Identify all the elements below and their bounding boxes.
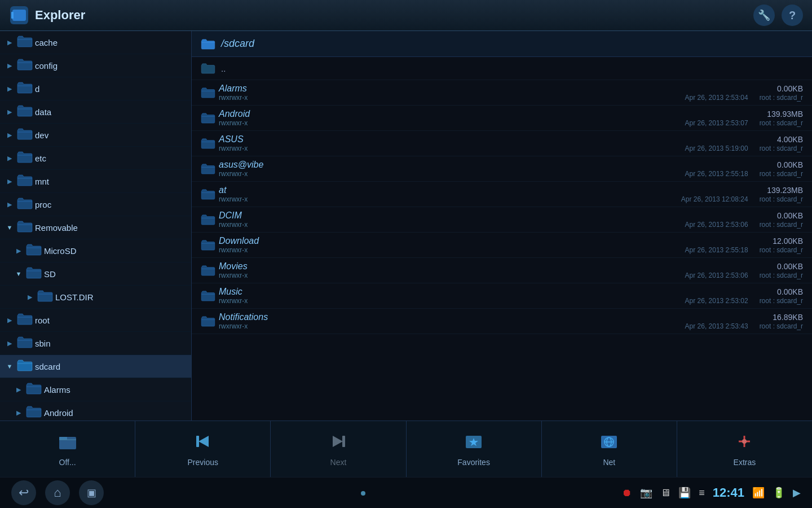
sidebar-item-proc[interactable]: ▶ proc xyxy=(0,193,191,216)
wrench-icon: 🔧 xyxy=(758,9,770,21)
folder-icon xyxy=(201,316,219,327)
svg-rect-2 xyxy=(11,12,14,19)
sidebar-item-label: config xyxy=(35,61,58,71)
table-row[interactable]: Movies 0.00KB Apr 26, 2013 2:53:06 rwxrw… xyxy=(192,258,812,283)
nav-next-button[interactable]: Next xyxy=(271,421,406,477)
folder-svg xyxy=(201,214,215,225)
nav-extras-button[interactable]: Extras xyxy=(677,421,812,477)
sidebar-item-SD[interactable]: ▼ SD xyxy=(0,262,191,286)
page-indicator xyxy=(113,488,613,498)
content-header: /sdcard xyxy=(192,31,812,57)
help-button[interactable]: ? xyxy=(782,5,803,26)
nav-previous-button[interactable]: Previous xyxy=(135,421,271,477)
table-row[interactable]: Alarms 0.00KB Apr 26, 2013 2:53:04 rwxrw… xyxy=(192,80,812,106)
file-perms: rwxrwxr-x xyxy=(219,246,685,254)
folder-icon xyxy=(201,138,219,149)
sidebar-item-MicroSD[interactable]: ▶ MicroSD xyxy=(0,239,191,262)
table-row[interactable]: Notifications 16.89KB Apr 26, 2013 2:53:… xyxy=(192,309,812,334)
file-date: Apr 26, 2013 2:55:18 xyxy=(685,170,760,178)
svg-rect-1 xyxy=(12,10,26,21)
extras-icon xyxy=(734,431,754,452)
folder-svg xyxy=(201,189,215,200)
folder-icon xyxy=(17,81,33,96)
file-size: 0.00KB xyxy=(685,160,803,169)
next-icon xyxy=(328,431,348,452)
sidebar-item-label: cache xyxy=(35,38,58,47)
expand-icon: ▶ xyxy=(793,487,801,499)
folder-icon xyxy=(17,313,33,327)
sidebar-item-label: Removable xyxy=(35,223,78,233)
sidebar-item-config[interactable]: ▶ config xyxy=(0,54,191,77)
file-name: Movies xyxy=(219,261,685,271)
recents-button[interactable]: ▣ xyxy=(79,480,104,505)
net-icon xyxy=(599,431,619,456)
file-date: Apr 26, 2013 2:53:04 xyxy=(685,94,760,102)
table-row[interactable]: asus@vibe 0.00KB Apr 26, 2013 2:55:18 rw… xyxy=(192,156,812,182)
previous-icon xyxy=(193,431,213,452)
file-size: 4.00KB xyxy=(685,135,803,144)
nav-favorites-button[interactable]: Favorites xyxy=(407,421,542,477)
file-name: asus@vibe xyxy=(219,160,685,170)
monitor-icon: 🖥 xyxy=(660,487,670,499)
table-row[interactable]: ASUS 4.00KB Apr 26, 2013 5:19:00 rwxrwxr… xyxy=(192,131,812,156)
folder-svg xyxy=(201,265,215,276)
file-size: 139.93MB xyxy=(685,110,803,119)
sidebar-item-data[interactable]: ▶ data xyxy=(0,100,191,124)
next-icon xyxy=(328,431,348,456)
folder-icon xyxy=(201,239,219,251)
back-icon: ↩ xyxy=(19,485,29,500)
file-size: 0.00KB xyxy=(685,211,803,220)
table-row[interactable]: Android 139.93MB Apr 26, 2013 2:53:07 rw… xyxy=(192,106,812,131)
table-row[interactable]: Music 0.00KB Apr 26, 2013 2:53:02 rwxrwx… xyxy=(192,283,812,309)
sidebar-item-Removable[interactable]: ▼ Removable xyxy=(0,216,191,239)
sidebar-item-etc[interactable]: ▶ etc xyxy=(0,147,191,170)
wifi-icon: 📶 xyxy=(752,487,765,499)
settings-button[interactable]: 🔧 xyxy=(753,5,775,26)
previous-icon xyxy=(193,431,213,456)
sidebar-item-Alarms[interactable]: ▶ Alarms xyxy=(0,378,191,401)
sidebar-item-label: proc xyxy=(35,200,51,209)
folder-svg xyxy=(17,174,33,186)
file-name: Notifications xyxy=(219,312,685,322)
sidebar-item-sbin[interactable]: ▶ sbin xyxy=(0,332,191,355)
folder-svg xyxy=(17,336,33,348)
table-row[interactable]: at 139.23MB Apr 26, 2013 12:08:24 rwxrwx… xyxy=(192,182,812,207)
sidebar-item-Android[interactable]: ▶ Android xyxy=(0,401,191,421)
expand-arrow: ▼ xyxy=(5,363,15,370)
titlebar-right: 🔧 ? xyxy=(753,5,803,26)
sidebar-item-label: sbin xyxy=(35,339,51,348)
sidebar-item-d[interactable]: ▶ d xyxy=(0,77,191,100)
file-size: 0.00KB xyxy=(685,287,803,296)
table-row[interactable]: DCIM 0.00KB Apr 26, 2013 2:53:06 rwxrwxr… xyxy=(192,207,812,233)
folder-icon xyxy=(17,174,33,189)
file-owner: root : sdcard_r xyxy=(760,94,803,102)
file-perms: rwxrwxr-x xyxy=(219,195,681,203)
sidebar-item-label: LOST.DIR xyxy=(55,292,94,302)
sidebar-item-label: d xyxy=(35,84,39,94)
sidebar-item-cache[interactable]: ▶ cache xyxy=(0,31,191,54)
folder-icon xyxy=(17,220,33,235)
app-title: Explorer xyxy=(35,8,85,23)
nav-net-button[interactable]: Net xyxy=(542,421,677,477)
folder-icon xyxy=(201,265,219,276)
sidebar-item-root[interactable]: ▶ root xyxy=(0,309,191,332)
folder-icon xyxy=(201,290,219,301)
sidebar-item-dev[interactable]: ▶ dev xyxy=(0,124,191,147)
expand-arrow: ▼ xyxy=(5,224,15,231)
sidebar-item-LOST.DIR[interactable]: ▶ LOST.DIR xyxy=(0,286,191,309)
table-row[interactable]: Download 12.00KB Apr 26, 2013 2:55:18 rw… xyxy=(192,233,812,258)
back-button[interactable]: ↩ xyxy=(11,480,36,505)
nav-off-button[interactable]: Off... xyxy=(0,421,135,477)
folder-icon xyxy=(17,35,33,50)
file-date: Apr 26, 2013 2:53:43 xyxy=(685,322,760,330)
file-size: 12.00KB xyxy=(685,237,803,246)
sidebar-item-label: etc xyxy=(35,154,46,163)
sidebar-item-mnt[interactable]: ▶ mnt xyxy=(0,170,191,193)
parent-directory-row[interactable]: .. xyxy=(192,57,812,80)
folder-svg xyxy=(17,128,33,140)
home-button[interactable]: ⌂ xyxy=(45,480,70,505)
folder-svg xyxy=(201,290,215,301)
titlebar: Explorer 🔧 ? xyxy=(0,0,812,31)
file-date: Apr 26, 2013 2:53:06 xyxy=(685,271,760,279)
sidebar-item-sdcard[interactable]: ▼ sdcard xyxy=(0,355,191,378)
